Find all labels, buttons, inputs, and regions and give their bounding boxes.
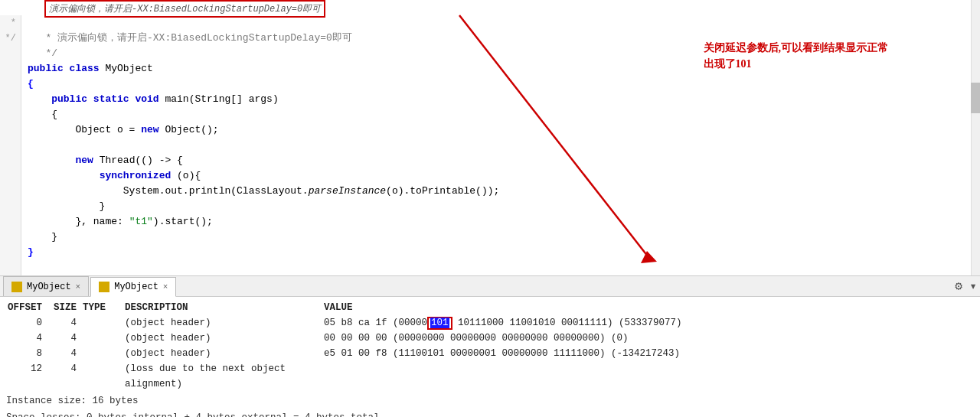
tab-label-2: MyObject bbox=[114, 282, 158, 292]
output-area: OFFSET SIZE TYPE DESCRIPTION VALUE 0 4 (… bbox=[0, 297, 980, 417]
cell-desc-4: (object header) bbox=[125, 331, 324, 346]
scrollbar-thumb[interactable] bbox=[971, 83, 980, 113]
tab-myobject-2[interactable]: MyObject × bbox=[90, 277, 176, 297]
cell-desc-12: (loss due to the next object alignment) bbox=[125, 361, 324, 392]
code-editor: 演示偏向锁，请开启-XX:BiasedLockingStartupDelay=0… bbox=[0, 0, 980, 275]
cell-type-12 bbox=[83, 361, 125, 392]
settings-icon[interactable]: ⚙ ▾ bbox=[955, 279, 977, 294]
cell-size-4: 4 bbox=[48, 331, 83, 346]
java-file-icon-1 bbox=[11, 282, 22, 292]
col-header-value: VALUE bbox=[324, 300, 974, 315]
cell-value-0: 05 b8 ca 1f (00000101 10111000 11001010 … bbox=[324, 315, 974, 331]
output-footer-2: Space losses: 0 bytes internal + 4 bytes… bbox=[6, 410, 974, 417]
cell-type-8 bbox=[83, 346, 125, 361]
annotation-comment-box: 演示偏向锁，请开启-XX:BiasedLockingStartupDelay=0… bbox=[44, 0, 325, 18]
editor-scrollbar[interactable] bbox=[971, 0, 980, 275]
cell-desc-8: (object header) bbox=[125, 346, 324, 361]
col-header-desc: DESCRIPTION bbox=[125, 300, 324, 315]
line-numbers: * */ bbox=[0, 15, 21, 275]
cell-value-12 bbox=[324, 361, 974, 392]
output-row-12: 12 4 (loss due to the next object alignm… bbox=[6, 361, 974, 392]
java-file-icon-2 bbox=[99, 282, 109, 292]
output-row-8: 8 4 (object header) e5 01 00 f8 (1110010… bbox=[6, 346, 974, 361]
cell-offset-8: 8 bbox=[6, 346, 48, 361]
col-header-type: TYPE bbox=[83, 300, 125, 315]
cell-value-4: 00 00 00 00 (00000000 00000000 00000000 … bbox=[324, 331, 974, 346]
cell-value-8: e5 01 00 f8 (11100101 00000001 00000000 … bbox=[324, 346, 974, 361]
cell-size-0: 4 bbox=[48, 315, 83, 331]
tab-close-1[interactable]: × bbox=[76, 282, 81, 292]
cell-desc-0: (object header) bbox=[125, 315, 324, 331]
output-header-row: OFFSET SIZE TYPE DESCRIPTION VALUE bbox=[6, 300, 974, 315]
cell-size-12: 4 bbox=[48, 361, 83, 392]
cell-size-8: 4 bbox=[48, 346, 83, 361]
cell-type-4 bbox=[83, 331, 125, 346]
annotation-label-line2: 出现了101 bbox=[704, 56, 889, 72]
cell-type-0 bbox=[83, 315, 125, 331]
col-header-size: SIZE bbox=[48, 300, 83, 315]
tab-close-2[interactable]: × bbox=[163, 282, 168, 292]
cell-offset-12: 12 bbox=[6, 361, 48, 392]
output-footer-1: Instance size: 16 bytes bbox=[6, 393, 974, 409]
footer-text-2: Space losses: 0 bytes internal + 4 bytes… bbox=[6, 412, 380, 417]
annotation-label-line1: 关闭延迟参数后,可以看到结果显示正常 bbox=[704, 40, 889, 56]
highlight-101: 101 bbox=[427, 317, 452, 330]
tab-myobject-1[interactable]: MyObject × bbox=[3, 276, 89, 296]
output-row-4: 4 4 (object header) 00 00 00 00 (0000000… bbox=[6, 331, 974, 346]
cell-offset-4: 4 bbox=[6, 331, 48, 346]
output-row-0: 0 4 (object header) 05 b8 ca 1f (0000010… bbox=[6, 315, 974, 331]
annotation-label: 关闭延迟参数后,可以看到结果显示正常 出现了101 bbox=[704, 40, 889, 72]
annotation-comment-text: 演示偏向锁，请开启-XX:BiasedLockingStartupDelay=0… bbox=[49, 4, 321, 15]
tab-label-1: MyObject bbox=[27, 282, 71, 292]
cell-offset-0: 0 bbox=[6, 315, 48, 331]
tab-bar: MyObject × MyObject × ⚙ ▾ bbox=[0, 275, 980, 297]
footer-text-1: Instance size: 16 bytes bbox=[6, 396, 139, 406]
col-header-offset: OFFSET bbox=[6, 300, 48, 315]
